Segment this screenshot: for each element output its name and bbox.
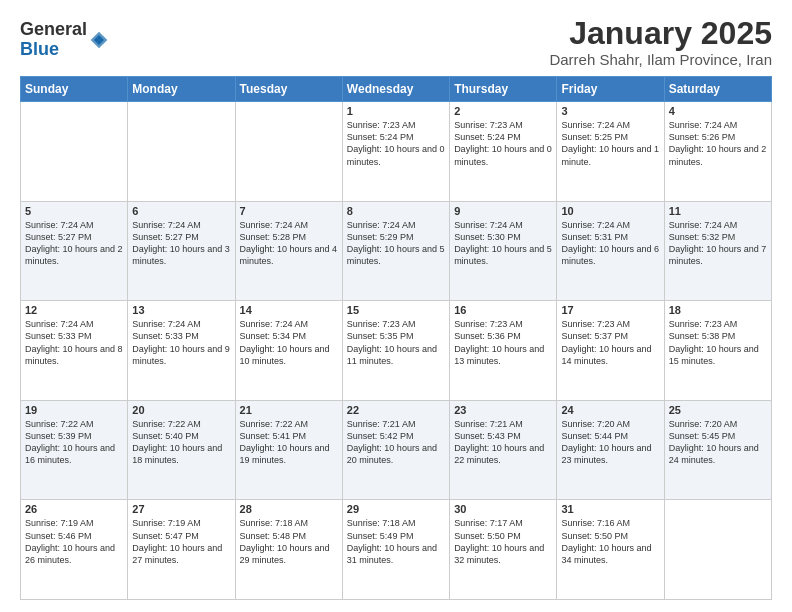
day-number: 16 xyxy=(454,304,552,316)
day-number: 10 xyxy=(561,205,659,217)
day-info: Sunrise: 7:18 AM Sunset: 5:48 PM Dayligh… xyxy=(240,517,338,566)
logo-general-text: General xyxy=(20,19,87,39)
day-info: Sunrise: 7:16 AM Sunset: 5:50 PM Dayligh… xyxy=(561,517,659,566)
day-number: 30 xyxy=(454,503,552,515)
cell-w4-d1: 27Sunrise: 7:19 AM Sunset: 5:47 PM Dayli… xyxy=(128,500,235,600)
day-number: 8 xyxy=(347,205,445,217)
day-info: Sunrise: 7:21 AM Sunset: 5:43 PM Dayligh… xyxy=(454,418,552,467)
cell-w0-d2 xyxy=(235,102,342,202)
day-number: 29 xyxy=(347,503,445,515)
title-section: January 2025 Darreh Shahr, Ilam Province… xyxy=(549,16,772,68)
logo-icon xyxy=(89,30,109,50)
day-info: Sunrise: 7:17 AM Sunset: 5:50 PM Dayligh… xyxy=(454,517,552,566)
day-number: 22 xyxy=(347,404,445,416)
day-number: 18 xyxy=(669,304,767,316)
day-number: 15 xyxy=(347,304,445,316)
col-saturday: Saturday xyxy=(664,77,771,102)
col-wednesday: Wednesday xyxy=(342,77,449,102)
day-info: Sunrise: 7:23 AM Sunset: 5:24 PM Dayligh… xyxy=(454,119,552,168)
cell-w0-d6: 4Sunrise: 7:24 AM Sunset: 5:26 PM Daylig… xyxy=(664,102,771,202)
cell-w2-d5: 17Sunrise: 7:23 AM Sunset: 5:37 PM Dayli… xyxy=(557,301,664,401)
day-number: 28 xyxy=(240,503,338,515)
cell-w3-d2: 21Sunrise: 7:22 AM Sunset: 5:41 PM Dayli… xyxy=(235,400,342,500)
cell-w3-d5: 24Sunrise: 7:20 AM Sunset: 5:44 PM Dayli… xyxy=(557,400,664,500)
day-number: 4 xyxy=(669,105,767,117)
cell-w3-d4: 23Sunrise: 7:21 AM Sunset: 5:43 PM Dayli… xyxy=(450,400,557,500)
logo: General Blue xyxy=(20,20,109,60)
cell-w0-d5: 3Sunrise: 7:24 AM Sunset: 5:25 PM Daylig… xyxy=(557,102,664,202)
calendar-table: Sunday Monday Tuesday Wednesday Thursday… xyxy=(20,76,772,600)
cell-w1-d4: 9Sunrise: 7:24 AM Sunset: 5:30 PM Daylig… xyxy=(450,201,557,301)
cell-w4-d2: 28Sunrise: 7:18 AM Sunset: 5:48 PM Dayli… xyxy=(235,500,342,600)
week-row-3: 19Sunrise: 7:22 AM Sunset: 5:39 PM Dayli… xyxy=(21,400,772,500)
day-info: Sunrise: 7:23 AM Sunset: 5:37 PM Dayligh… xyxy=(561,318,659,367)
day-info: Sunrise: 7:21 AM Sunset: 5:42 PM Dayligh… xyxy=(347,418,445,467)
cell-w3-d6: 25Sunrise: 7:20 AM Sunset: 5:45 PM Dayli… xyxy=(664,400,771,500)
day-number: 17 xyxy=(561,304,659,316)
day-number: 13 xyxy=(132,304,230,316)
day-info: Sunrise: 7:22 AM Sunset: 5:40 PM Dayligh… xyxy=(132,418,230,467)
day-info: Sunrise: 7:22 AM Sunset: 5:41 PM Dayligh… xyxy=(240,418,338,467)
day-info: Sunrise: 7:19 AM Sunset: 5:47 PM Dayligh… xyxy=(132,517,230,566)
day-info: Sunrise: 7:20 AM Sunset: 5:45 PM Dayligh… xyxy=(669,418,767,467)
cell-w0-d0 xyxy=(21,102,128,202)
day-info: Sunrise: 7:20 AM Sunset: 5:44 PM Dayligh… xyxy=(561,418,659,467)
header: General Blue January 2025 Darreh Shahr, … xyxy=(20,16,772,68)
day-info: Sunrise: 7:23 AM Sunset: 5:24 PM Dayligh… xyxy=(347,119,445,168)
cell-w2-d2: 14Sunrise: 7:24 AM Sunset: 5:34 PM Dayli… xyxy=(235,301,342,401)
cell-w4-d5: 31Sunrise: 7:16 AM Sunset: 5:50 PM Dayli… xyxy=(557,500,664,600)
day-number: 24 xyxy=(561,404,659,416)
day-info: Sunrise: 7:24 AM Sunset: 5:27 PM Dayligh… xyxy=(132,219,230,268)
day-number: 1 xyxy=(347,105,445,117)
day-info: Sunrise: 7:24 AM Sunset: 5:34 PM Dayligh… xyxy=(240,318,338,367)
day-number: 26 xyxy=(25,503,123,515)
col-monday: Monday xyxy=(128,77,235,102)
col-friday: Friday xyxy=(557,77,664,102)
day-info: Sunrise: 7:23 AM Sunset: 5:36 PM Dayligh… xyxy=(454,318,552,367)
col-tuesday: Tuesday xyxy=(235,77,342,102)
week-row-1: 5Sunrise: 7:24 AM Sunset: 5:27 PM Daylig… xyxy=(21,201,772,301)
day-number: 23 xyxy=(454,404,552,416)
day-number: 7 xyxy=(240,205,338,217)
cell-w1-d6: 11Sunrise: 7:24 AM Sunset: 5:32 PM Dayli… xyxy=(664,201,771,301)
day-info: Sunrise: 7:19 AM Sunset: 5:46 PM Dayligh… xyxy=(25,517,123,566)
day-number: 11 xyxy=(669,205,767,217)
week-row-0: 1Sunrise: 7:23 AM Sunset: 5:24 PM Daylig… xyxy=(21,102,772,202)
cell-w4-d3: 29Sunrise: 7:18 AM Sunset: 5:49 PM Dayli… xyxy=(342,500,449,600)
day-number: 9 xyxy=(454,205,552,217)
cell-w1-d2: 7Sunrise: 7:24 AM Sunset: 5:28 PM Daylig… xyxy=(235,201,342,301)
header-row: Sunday Monday Tuesday Wednesday Thursday… xyxy=(21,77,772,102)
day-info: Sunrise: 7:24 AM Sunset: 5:32 PM Dayligh… xyxy=(669,219,767,268)
day-info: Sunrise: 7:24 AM Sunset: 5:28 PM Dayligh… xyxy=(240,219,338,268)
cell-w2-d4: 16Sunrise: 7:23 AM Sunset: 5:36 PM Dayli… xyxy=(450,301,557,401)
day-number: 3 xyxy=(561,105,659,117)
calendar-title: January 2025 xyxy=(549,16,772,51)
day-number: 5 xyxy=(25,205,123,217)
day-info: Sunrise: 7:24 AM Sunset: 5:31 PM Dayligh… xyxy=(561,219,659,268)
day-info: Sunrise: 7:24 AM Sunset: 5:25 PM Dayligh… xyxy=(561,119,659,168)
cell-w3-d1: 20Sunrise: 7:22 AM Sunset: 5:40 PM Dayli… xyxy=(128,400,235,500)
cell-w1-d3: 8Sunrise: 7:24 AM Sunset: 5:29 PM Daylig… xyxy=(342,201,449,301)
week-row-4: 26Sunrise: 7:19 AM Sunset: 5:46 PM Dayli… xyxy=(21,500,772,600)
day-number: 27 xyxy=(132,503,230,515)
day-number: 6 xyxy=(132,205,230,217)
day-number: 19 xyxy=(25,404,123,416)
day-number: 2 xyxy=(454,105,552,117)
day-number: 14 xyxy=(240,304,338,316)
day-number: 12 xyxy=(25,304,123,316)
cell-w2-d0: 12Sunrise: 7:24 AM Sunset: 5:33 PM Dayli… xyxy=(21,301,128,401)
page: General Blue January 2025 Darreh Shahr, … xyxy=(0,0,792,612)
cell-w1-d1: 6Sunrise: 7:24 AM Sunset: 5:27 PM Daylig… xyxy=(128,201,235,301)
week-row-2: 12Sunrise: 7:24 AM Sunset: 5:33 PM Dayli… xyxy=(21,301,772,401)
day-number: 25 xyxy=(669,404,767,416)
day-info: Sunrise: 7:23 AM Sunset: 5:35 PM Dayligh… xyxy=(347,318,445,367)
day-number: 31 xyxy=(561,503,659,515)
day-info: Sunrise: 7:24 AM Sunset: 5:30 PM Dayligh… xyxy=(454,219,552,268)
day-info: Sunrise: 7:24 AM Sunset: 5:29 PM Dayligh… xyxy=(347,219,445,268)
calendar-subtitle: Darreh Shahr, Ilam Province, Iran xyxy=(549,51,772,68)
day-number: 20 xyxy=(132,404,230,416)
cell-w4-d6 xyxy=(664,500,771,600)
day-info: Sunrise: 7:24 AM Sunset: 5:26 PM Dayligh… xyxy=(669,119,767,168)
cell-w3-d0: 19Sunrise: 7:22 AM Sunset: 5:39 PM Dayli… xyxy=(21,400,128,500)
cell-w0-d4: 2Sunrise: 7:23 AM Sunset: 5:24 PM Daylig… xyxy=(450,102,557,202)
